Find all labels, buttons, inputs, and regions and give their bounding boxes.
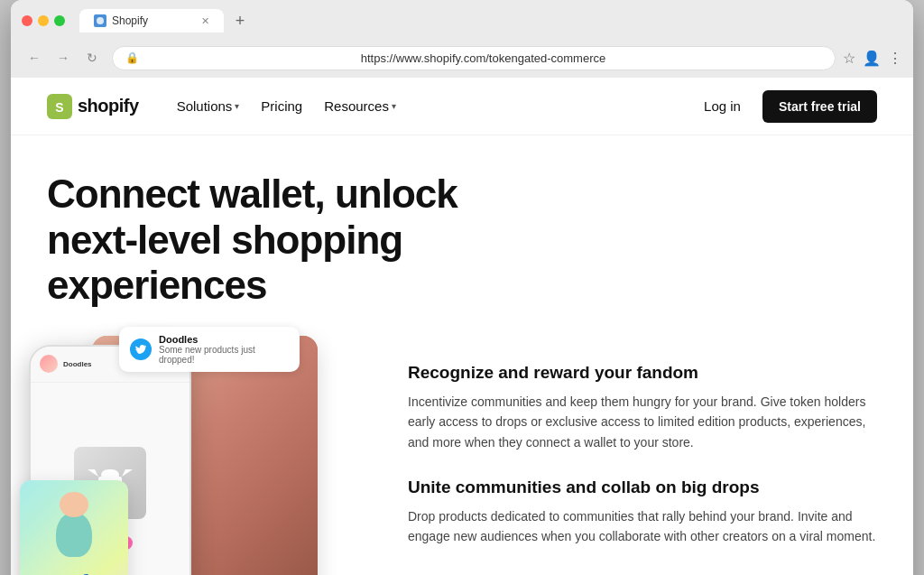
nft-character [42, 498, 106, 570]
pricing-nav-item[interactable]: Pricing [252, 93, 311, 119]
forward-button[interactable]: → [51, 45, 76, 70]
login-button[interactable]: Log in [693, 91, 752, 121]
url-text: https://www.shopify.com/tokengated-comme… [144, 51, 822, 65]
phone-store-name: Doodles [63, 360, 92, 368]
doodle-head [60, 492, 88, 517]
feature-2-title: Unite communities and collab on big drop… [408, 478, 877, 497]
tab-favicon [94, 14, 106, 27]
nav-buttons: ← → ↻ [22, 45, 105, 70]
svg-marker-5 [122, 469, 133, 477]
menu-icon[interactable]: ⋮ [888, 50, 902, 67]
notification-card: Doodles Some new products just dropped! [119, 327, 300, 372]
solutions-chevron-icon: ▾ [235, 101, 239, 111]
nft-card: Doodles 🔵 Doodle #5498 [20, 480, 128, 575]
nav-actions: Log in Start free trial [693, 90, 877, 123]
resources-nav-item[interactable]: Resources ▾ [315, 93, 405, 119]
maximize-button[interactable] [54, 15, 65, 26]
reload-button[interactable]: ↻ [79, 45, 105, 70]
shopify-logo-text: shopify [78, 96, 139, 116]
svg-rect-6 [101, 469, 119, 480]
tab-bar: Shopify ✕ + [79, 9, 902, 32]
svg-marker-4 [88, 469, 98, 477]
browser-window: Shopify ✕ + ← → ↻ 🔒 https://www.shopify.… [11, 0, 913, 575]
profile-icon[interactable]: 👤 [863, 50, 881, 67]
notification-title: Doodles [159, 334, 289, 345]
feature-block-1: Recognize and reward your fandom Incenti… [408, 363, 877, 452]
pricing-label: Pricing [261, 98, 302, 114]
right-content: Recognize and reward your fandom Incenti… [408, 327, 877, 572]
active-tab[interactable]: Shopify ✕ [79, 9, 224, 32]
phone-avatar-icon [40, 355, 58, 373]
feature-1-title: Recognize and reward your fandom [408, 363, 877, 383]
hero-title: Connect wallet, unlock next-level shoppi… [47, 172, 552, 309]
hero-section: Connect wallet, unlock next-level shoppi… [47, 135, 552, 327]
browser-toolbar: ← → ↻ 🔒 https://www.shopify.com/tokengat… [22, 40, 902, 78]
main-content: Doodles Some new products just dropped! … [11, 327, 913, 575]
page-content: S shopify Solutions ▾ Pricing Resources … [11, 78, 913, 575]
notification-text: Doodles Some new products just dropped! [159, 334, 289, 365]
close-button[interactable] [22, 15, 32, 26]
tab-title: Shopify [112, 14, 148, 27]
lock-icon: 🔒 [125, 51, 139, 64]
tab-close-icon[interactable]: ✕ [201, 15, 209, 27]
twitter-icon [130, 339, 152, 360]
feature-block-2: Unite communities and collab on big drop… [408, 478, 877, 547]
nav-links: Solutions ▾ Pricing Resources ▾ [168, 93, 664, 119]
feature-2-text: Drop products dedicated to communities t… [408, 506, 877, 547]
shopify-nav: S shopify Solutions ▾ Pricing Resources … [11, 78, 913, 135]
toolbar-icons: ☆ 👤 ⋮ [843, 50, 902, 67]
resources-label: Resources [324, 98, 389, 114]
minimize-button[interactable] [38, 15, 49, 26]
shopify-logo[interactable]: S shopify [47, 94, 139, 119]
start-trial-button[interactable]: Start free trial [762, 90, 877, 123]
traffic-lights [22, 15, 65, 26]
shopify-logo-icon: S [47, 94, 72, 119]
doodle-body [56, 512, 92, 557]
browser-titlebar: Shopify ✕ + [22, 9, 902, 32]
solutions-label: Solutions [177, 98, 233, 114]
new-tab-button[interactable]: + [229, 10, 251, 32]
image-block: Doodles Some new products just dropped! … [47, 336, 354, 575]
resources-chevron-icon: ▾ [392, 101, 396, 111]
feature-1-text: Incentivize communities and keep them hu… [408, 392, 877, 452]
svg-text:S: S [55, 100, 63, 115]
bookmark-icon[interactable]: ☆ [843, 50, 855, 67]
address-bar[interactable]: 🔒 https://www.shopify.com/tokengated-com… [112, 46, 836, 70]
svg-point-0 [97, 17, 104, 24]
solutions-nav-item[interactable]: Solutions ▾ [168, 93, 249, 119]
back-button[interactable]: ← [22, 45, 47, 70]
notification-message: Some new products just dropped! [159, 345, 289, 365]
browser-chrome: Shopify ✕ + ← → ↻ 🔒 https://www.shopify.… [11, 0, 913, 78]
